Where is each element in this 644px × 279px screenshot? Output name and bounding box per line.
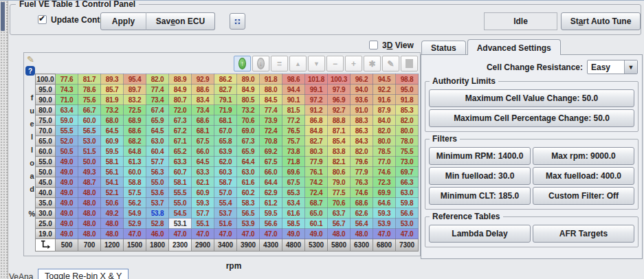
ve-cell[interactable]: 84.5 [260, 95, 282, 105]
ve-cell[interactable]: 88.3 [351, 115, 373, 126]
col-header[interactable]: 3900 [237, 239, 260, 252]
ve-cell[interactable]: 80.0 [396, 126, 419, 136]
splitter-handle[interactable] [1, 2, 5, 31]
ve-cell[interactable]: 60.9 [101, 136, 124, 146]
ve-cell[interactable]: 62.0 [214, 157, 237, 167]
ve-cell[interactable]: 47.0 [214, 229, 237, 239]
ve-cell[interactable]: 46.0 [146, 229, 169, 239]
ve-cell[interactable]: 49.0 [56, 177, 78, 188]
ve-cell[interactable]: 55.1 [192, 219, 214, 229]
setting-button-minimum-rpm[interactable]: Minimum RPM: 1400.0 [429, 147, 531, 165]
ve-cell[interactable]: 48.0 [78, 219, 101, 229]
ve-cell[interactable]: 52.0 [56, 136, 78, 146]
ve-cell[interactable]: 81.7 [78, 74, 101, 85]
ve-cell[interactable]: 47.0 [237, 229, 260, 239]
ve-cell[interactable]: 78.5 [373, 146, 396, 157]
ve-cell[interactable]: 91.8 [260, 74, 282, 85]
ve-cell[interactable]: 48.0 [328, 229, 351, 239]
ve-cell[interactable]: 66.7 [78, 105, 101, 115]
ve-cell[interactable]: 71.8 [282, 157, 305, 167]
setting-button-lambda-delay[interactable]: Lambda Delay [429, 225, 531, 243]
cell-change-resistance-select[interactable]: Easy ▼ [587, 60, 638, 74]
ve-cell[interactable]: 94.4 [282, 85, 305, 95]
ve-cell[interactable]: 64.5 [192, 157, 214, 167]
row-header[interactable]: 70.0 [36, 126, 56, 136]
ve-cell[interactable]: 59.0 [56, 115, 78, 126]
ve-cell[interactable]: 67.5 [282, 177, 305, 188]
ve-cell[interactable]: 52.9 [124, 219, 146, 229]
ve-cell[interactable]: 73.0 [396, 157, 419, 167]
ve-cell[interactable]: 55.0 [169, 198, 192, 208]
ve-cell[interactable]: 58.1 [101, 157, 124, 167]
ve-cell[interactable]: 77.9 [351, 167, 373, 177]
col-header[interactable]: 5300 [305, 239, 328, 252]
ve-cell[interactable]: 53.9 [237, 219, 260, 229]
row-header[interactable]: 50.0 [36, 167, 56, 177]
ve-cell[interactable]: 60.0 [78, 115, 101, 126]
ve-cell[interactable]: 60.9 [192, 188, 214, 198]
ve-cell[interactable]: 100.3 [328, 74, 351, 85]
row-header[interactable]: 19.0 [36, 229, 56, 239]
ve-cell[interactable]: 60.3 [214, 167, 237, 177]
ve-cell[interactable]: 69.7 [396, 167, 419, 177]
ve-cell[interactable]: 51.6 [214, 219, 237, 229]
row-header[interactable]: 35.0 [36, 198, 56, 208]
ve-cell[interactable]: 65.2 [169, 146, 192, 157]
ve-cell[interactable]: 47.0 [192, 229, 214, 239]
ve-cell[interactable]: 48.0 [351, 229, 373, 239]
ve-cell[interactable]: 86.8 [305, 115, 328, 126]
multiply-icon[interactable]: ✱ [364, 56, 381, 71]
ve-cell[interactable]: 74.3 [56, 85, 78, 95]
setting-button-max-rpm[interactable]: Max rpm: 9000.0 [533, 147, 634, 165]
ve-cell[interactable]: 84.3 [351, 136, 373, 146]
ve-cell[interactable]: 60.1 [305, 219, 328, 229]
col-header[interactable]: 1500 [124, 239, 146, 252]
add-icon[interactable]: + [345, 56, 362, 71]
ve-cell[interactable]: 49.2 [101, 208, 124, 219]
ve-cell[interactable]: 73.4 [146, 95, 169, 105]
ve-cell[interactable]: 55.0 [146, 177, 169, 188]
ve-cell[interactable]: 69.9 [373, 188, 396, 198]
ve-cell[interactable]: 49.0 [56, 198, 78, 208]
ve-cell[interactable]: 58.3 [237, 198, 260, 208]
setting-button-afr-targets[interactable]: AFR Targets [533, 225, 634, 243]
row-header[interactable]: 90.0 [36, 95, 56, 105]
ve-cell[interactable]: 63.3 [192, 167, 214, 177]
ve-cell[interactable]: 57.7 [192, 208, 214, 219]
ve-cell[interactable]: 48.0 [78, 198, 101, 208]
ve-cell[interactable]: 82.7 [305, 136, 328, 146]
ve-cell[interactable]: 56.7 [328, 219, 351, 229]
ve-cell[interactable]: 66.3 [396, 177, 419, 188]
ve-cell[interactable]: 73.4 [192, 105, 214, 115]
ve-cell[interactable]: 94.0 [351, 85, 373, 95]
ve-cell[interactable]: 49.0 [56, 229, 78, 239]
ve-cell[interactable]: 88.6 [192, 85, 214, 95]
ve-cell[interactable]: 84.9 [237, 85, 260, 95]
ve-cell[interactable]: 84.0 [373, 115, 396, 126]
row-header[interactable]: 25.0 [36, 219, 56, 229]
ve-cell[interactable]: 49.0 [282, 229, 305, 239]
ve-cell[interactable]: 55.5 [56, 126, 78, 136]
expand-fullscreen-button[interactable] [230, 13, 245, 30]
ve-cell[interactable]: 73.2 [101, 105, 124, 115]
ve-cell[interactable]: 68.6 [192, 115, 214, 126]
ve-cell[interactable]: 56.4 [351, 219, 373, 229]
ve-cell[interactable]: 85.4 [328, 136, 351, 146]
col-header[interactable]: 6800 [373, 239, 396, 252]
ve-cell[interactable]: 62.6 [351, 208, 373, 219]
setting-button-minimum-clt[interactable]: Minimum CLT: 185.0 [429, 187, 531, 205]
ve-cell[interactable]: 48.0 [78, 188, 101, 198]
ve-cell[interactable]: 63.3 [169, 157, 192, 167]
ve-cell[interactable]: 48.0 [78, 208, 101, 219]
ve-cell[interactable]: 67.5 [192, 136, 214, 146]
ve-cell[interactable]: 65.8 [214, 136, 237, 146]
ve-cell[interactable]: 61.2 [260, 198, 282, 208]
ve-cell[interactable]: 65.0 [305, 208, 328, 219]
ve-cell[interactable]: 68.9 [124, 115, 146, 126]
ve-cell[interactable]: 58.1 [169, 177, 192, 188]
dock-splitter-strip[interactable] [0, 1, 8, 279]
ve-cell[interactable]: 68.6 [351, 198, 373, 208]
col-header[interactable]: 5800 [328, 239, 351, 252]
col-header[interactable]: 2300 [169, 239, 192, 252]
ve-cell[interactable]: 55.4 [214, 198, 237, 208]
